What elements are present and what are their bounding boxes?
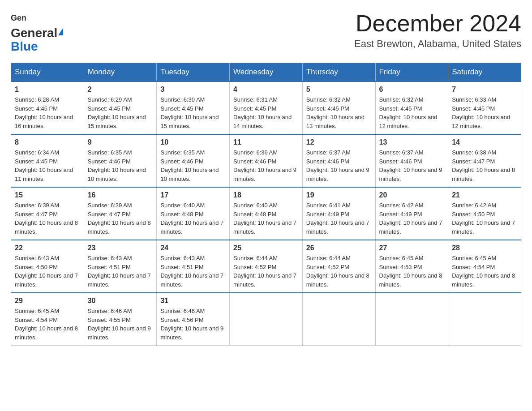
day-info: Sunrise: 6:38 AM Sunset: 4:47 PM Dayligh… (452, 148, 517, 183)
day-info: Sunrise: 6:42 AM Sunset: 4:50 PM Dayligh… (452, 201, 517, 236)
day-info: Sunrise: 6:44 AM Sunset: 4:52 PM Dayligh… (306, 254, 372, 289)
day-number: 28 (452, 244, 517, 252)
day-number: 5 (306, 86, 372, 94)
sunrise-label: Sunrise: 6:43 AM (88, 255, 132, 261)
daylight-label: Daylight: 10 hours and 8 minutes. (452, 272, 515, 288)
calendar-table: Sunday Monday Tuesday Wednesday Thursday… (11, 63, 521, 346)
table-row (302, 293, 375, 346)
day-info: Sunrise: 6:40 AM Sunset: 4:48 PM Dayligh… (233, 201, 299, 236)
sunrise-label: Sunrise: 6:46 AM (88, 308, 132, 314)
logo-icon: Gen eral (11, 11, 27, 27)
day-info: Sunrise: 6:40 AM Sunset: 4:48 PM Dayligh… (160, 201, 226, 236)
day-number: 22 (15, 244, 80, 252)
sunset-label: Sunset: 4:50 PM (452, 211, 495, 218)
daylight-label: Daylight: 10 hours and 14 minutes. (233, 114, 292, 129)
table-row: 3 Sunrise: 6:30 AM Sunset: 4:45 PM Dayli… (157, 81, 230, 134)
daylight-label: Daylight: 10 hours and 15 minutes. (160, 114, 219, 129)
header-monday: Monday (84, 63, 157, 82)
day-number: 19 (306, 191, 372, 199)
daylight-label: Daylight: 10 hours and 9 minutes. (88, 325, 151, 341)
table-row: 31 Sunrise: 6:46 AM Sunset: 4:56 PM Dayl… (157, 293, 230, 346)
day-info: Sunrise: 6:37 AM Sunset: 4:46 PM Dayligh… (306, 148, 372, 183)
table-row: 8 Sunrise: 6:34 AM Sunset: 4:45 PM Dayli… (11, 134, 84, 187)
sunset-label: Sunset: 4:51 PM (160, 264, 203, 270)
table-row: 4 Sunrise: 6:31 AM Sunset: 4:45 PM Dayli… (230, 81, 303, 134)
header-friday: Friday (375, 63, 448, 82)
table-row (230, 293, 303, 346)
sunrise-label: Sunrise: 6:40 AM (233, 202, 278, 209)
sunset-label: Sunset: 4:45 PM (15, 158, 58, 165)
daylight-label: Daylight: 10 hours and 7 minutes. (452, 219, 515, 235)
logo: Gen eral General Blue (11, 11, 64, 54)
sunrise-label: Sunrise: 6:43 AM (160, 255, 205, 261)
day-info: Sunrise: 6:46 AM Sunset: 4:55 PM Dayligh… (88, 307, 153, 342)
sunset-label: Sunset: 4:53 PM (379, 264, 422, 270)
sunset-label: Sunset: 4:51 PM (88, 264, 131, 270)
day-number: 7 (452, 86, 517, 94)
week-row-2: 8 Sunrise: 6:34 AM Sunset: 4:45 PM Dayli… (11, 134, 521, 187)
sunrise-label: Sunrise: 6:36 AM (233, 149, 278, 156)
table-row: 7 Sunrise: 6:33 AM Sunset: 4:45 PM Dayli… (448, 81, 521, 134)
daylight-label: Daylight: 10 hours and 9 minutes. (306, 167, 369, 182)
daylight-label: Daylight: 10 hours and 7 minutes. (379, 219, 442, 235)
daylight-label: Daylight: 10 hours and 9 minutes. (379, 167, 442, 182)
sunset-label: Sunset: 4:45 PM (15, 105, 58, 112)
day-number: 1 (15, 86, 80, 94)
day-info: Sunrise: 6:39 AM Sunset: 4:47 PM Dayligh… (15, 201, 80, 236)
day-number: 4 (233, 86, 299, 94)
day-number: 11 (233, 138, 299, 146)
table-row: 19 Sunrise: 6:41 AM Sunset: 4:49 PM Dayl… (302, 187, 375, 240)
table-row: 20 Sunrise: 6:42 AM Sunset: 4:49 PM Dayl… (375, 187, 448, 240)
daylight-label: Daylight: 10 hours and 16 minutes. (15, 114, 73, 129)
week-row-3: 15 Sunrise: 6:39 AM Sunset: 4:47 PM Dayl… (11, 187, 521, 240)
daylight-label: Daylight: 10 hours and 9 minutes. (160, 325, 223, 341)
sunrise-label: Sunrise: 6:42 AM (379, 202, 424, 209)
day-number: 26 (306, 244, 372, 252)
location-title: East Brewton, Alabama, United States (354, 38, 521, 50)
sunrise-label: Sunrise: 6:35 AM (160, 149, 205, 156)
sunrise-label: Sunrise: 6:44 AM (233, 255, 278, 261)
day-number: 2 (88, 86, 153, 94)
sunrise-label: Sunrise: 6:31 AM (233, 96, 278, 103)
daylight-label: Daylight: 10 hours and 8 minutes. (88, 219, 151, 235)
sunrise-label: Sunrise: 6:40 AM (160, 202, 205, 209)
sunset-label: Sunset: 4:47 PM (452, 158, 495, 165)
daylight-label: Daylight: 10 hours and 7 minutes. (160, 219, 223, 235)
day-info: Sunrise: 6:42 AM Sunset: 4:49 PM Dayligh… (379, 201, 445, 236)
sunrise-label: Sunrise: 6:39 AM (88, 202, 132, 209)
day-info: Sunrise: 6:32 AM Sunset: 4:45 PM Dayligh… (306, 95, 372, 130)
sunrise-label: Sunrise: 6:41 AM (306, 202, 351, 209)
sunrise-label: Sunrise: 6:30 AM (160, 96, 205, 103)
daylight-label: Daylight: 10 hours and 15 minutes. (88, 114, 146, 129)
table-row: 21 Sunrise: 6:42 AM Sunset: 4:50 PM Dayl… (448, 187, 521, 240)
sunset-label: Sunset: 4:45 PM (306, 105, 349, 112)
day-number: 12 (306, 138, 372, 146)
day-number: 9 (88, 138, 153, 146)
sunrise-label: Sunrise: 6:32 AM (379, 96, 424, 103)
day-number: 20 (379, 191, 445, 199)
sunset-label: Sunset: 4:46 PM (379, 158, 422, 165)
daylight-label: Daylight: 10 hours and 7 minutes. (233, 219, 296, 235)
day-number: 15 (15, 191, 80, 199)
sunset-label: Sunset: 4:56 PM (160, 317, 203, 323)
daylight-label: Daylight: 10 hours and 12 minutes. (379, 114, 438, 129)
table-row: 18 Sunrise: 6:40 AM Sunset: 4:48 PM Dayl… (230, 187, 303, 240)
table-row (375, 293, 448, 346)
table-row: 23 Sunrise: 6:43 AM Sunset: 4:51 PM Dayl… (84, 240, 157, 293)
logo-triangle-icon (58, 28, 63, 35)
day-number: 14 (452, 138, 517, 146)
day-info: Sunrise: 6:37 AM Sunset: 4:46 PM Dayligh… (379, 148, 445, 183)
sunrise-label: Sunrise: 6:34 AM (15, 149, 59, 156)
daylight-label: Daylight: 10 hours and 8 minutes. (15, 325, 78, 341)
day-info: Sunrise: 6:44 AM Sunset: 4:52 PM Dayligh… (233, 254, 299, 289)
day-number: 10 (160, 138, 226, 146)
daylight-label: Daylight: 10 hours and 7 minutes. (160, 272, 223, 288)
sunset-label: Sunset: 4:49 PM (306, 211, 349, 218)
sunset-label: Sunset: 4:45 PM (160, 105, 203, 112)
day-info: Sunrise: 6:45 AM Sunset: 4:54 PM Dayligh… (452, 254, 517, 289)
sunrise-label: Sunrise: 6:46 AM (160, 308, 205, 314)
daylight-label: Daylight: 10 hours and 8 minutes. (452, 167, 515, 182)
sunrise-label: Sunrise: 6:32 AM (306, 96, 351, 103)
table-row: 1 Sunrise: 6:28 AM Sunset: 4:45 PM Dayli… (11, 81, 84, 134)
month-title: December 2024 (354, 11, 521, 36)
